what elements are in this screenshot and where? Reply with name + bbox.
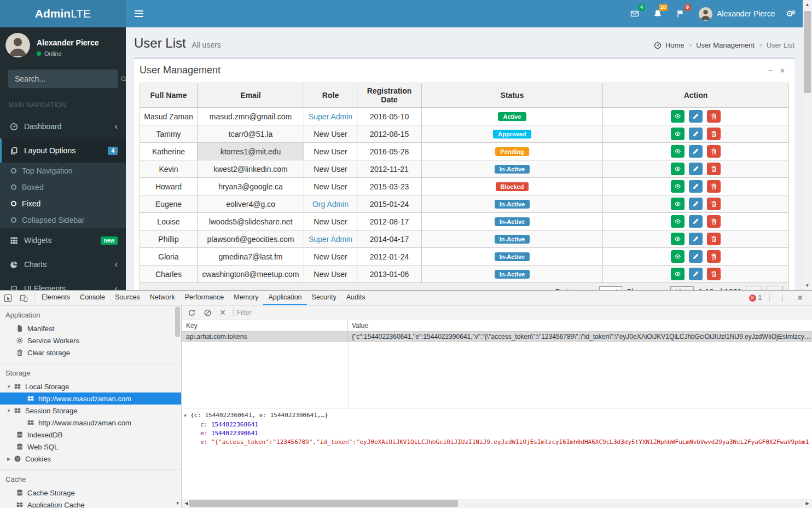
clear-button[interactable]: ✕: [216, 308, 230, 317]
search-button[interactable]: [120, 70, 126, 88]
next-page-button[interactable]: ▶: [767, 286, 783, 290]
delete-user-button[interactable]: [707, 250, 721, 263]
role-label[interactable]: Super Admin: [309, 112, 352, 121]
edit-user-button[interactable]: [689, 233, 703, 245]
tab-audits[interactable]: Audits: [341, 291, 370, 305]
view-user-button[interactable]: [671, 215, 685, 228]
sidebar-item-collapsed-sidebar[interactable]: Collapsed Sidebar: [0, 212, 126, 228]
edit-user-button[interactable]: [689, 215, 703, 228]
user-menu[interactable]: Alexander Pierce: [692, 0, 782, 27]
collapse-arrow-icon[interactable]: ▼: [184, 412, 190, 420]
filter-input[interactable]: [237, 307, 812, 319]
scroll-down-arrow[interactable]: ▼: [803, 281, 812, 290]
sidebar-item-charts[interactable]: Charts ‹: [0, 252, 126, 276]
delete-user-button[interactable]: [707, 268, 721, 280]
collapse-arrow-icon[interactable]: ▶: [5, 457, 12, 461]
delete-user-button[interactable]: [707, 180, 721, 193]
delete-user-button[interactable]: [707, 110, 721, 123]
tree-item-application-cache[interactable]: Application Cache: [0, 499, 181, 508]
kv-empty-area[interactable]: [182, 342, 812, 408]
horizontal-scrollbar[interactable]: ◀ ▶: [182, 499, 812, 508]
search-input[interactable]: [8, 70, 120, 88]
delete-user-button[interactable]: [707, 128, 721, 140]
devtools-menu-button[interactable]: ⋮: [774, 294, 790, 302]
tree-item-session-storage[interactable]: ▼Session Storage: [0, 405, 181, 417]
settings-menu[interactable]: ⚙⚙: [782, 9, 803, 19]
app-logo[interactable]: AdminLTE: [0, 0, 126, 27]
tab-console[interactable]: Console: [75, 291, 110, 305]
tab-elements[interactable]: Elements: [37, 291, 75, 305]
tree-item-local-storage-origin[interactable]: http://www.masudzaman.com: [0, 392, 181, 405]
tab-security[interactable]: Security: [307, 291, 341, 305]
page-scrollbar[interactable]: ▲ ▼: [803, 0, 812, 290]
edit-user-button[interactable]: [689, 163, 703, 175]
tab-performance[interactable]: Performance: [180, 291, 229, 305]
edit-user-button[interactable]: [689, 250, 703, 263]
tree-item-clear-storage[interactable]: Clear storage: [0, 347, 181, 359]
console-errors-indicator[interactable]: ✕ 1: [749, 294, 765, 302]
expand-arrow-icon[interactable]: ▼: [5, 408, 12, 413]
scrollbar-thumb[interactable]: [804, 11, 811, 93]
view-user-button[interactable]: [671, 163, 685, 175]
devtools-close-button[interactable]: ✕: [792, 293, 808, 302]
scroll-down-arrow[interactable]: ▼: [174, 499, 181, 508]
delete-user-button[interactable]: [707, 233, 721, 245]
view-user-button[interactable]: [671, 145, 685, 158]
scrollbar-thumb[interactable]: [189, 500, 458, 507]
tree-item-local-storage[interactable]: ▼Local Storage: [0, 380, 181, 392]
view-user-button[interactable]: [671, 128, 685, 140]
tree-item-service-workers[interactable]: Service Workers: [0, 334, 181, 347]
delete-user-button[interactable]: [707, 163, 721, 175]
delete-user-button[interactable]: [707, 198, 721, 210]
sidebar-item-fixed[interactable]: Fixed: [0, 195, 126, 212]
breadcrumb-user-management[interactable]: User Management: [696, 41, 755, 49]
view-user-button[interactable]: [671, 268, 685, 280]
edit-user-button[interactable]: [689, 128, 703, 140]
edit-user-button[interactable]: [689, 180, 703, 193]
sidebar-item-widgets[interactable]: Widgets new: [0, 228, 126, 252]
breadcrumb-home[interactable]: Home: [665, 41, 685, 49]
device-toolbar-button[interactable]: [16, 294, 32, 302]
tab-memory[interactable]: Memory: [229, 291, 263, 305]
tasks-menu[interactable]: 9: [669, 0, 692, 27]
minimize-icon[interactable]: −: [768, 66, 773, 75]
sidebar-item-dashboard[interactable]: Dashboard ‹: [0, 114, 126, 138]
tree-scrollbar[interactable]: ▼: [174, 305, 181, 508]
view-user-button[interactable]: [671, 233, 685, 245]
tree-item-cookies[interactable]: ▶Cookies: [0, 453, 181, 465]
inspect-element-button[interactable]: [0, 294, 16, 302]
goto-page-input[interactable]: [599, 286, 622, 291]
sidebar-toggle-button[interactable]: [126, 10, 152, 17]
tab-sources[interactable]: Sources: [110, 291, 145, 305]
delete-user-button[interactable]: [707, 145, 721, 158]
value-column-header[interactable]: Value: [348, 320, 812, 331]
scroll-right-arrow[interactable]: ▶: [803, 499, 812, 508]
tab-network[interactable]: Network: [145, 291, 180, 305]
refresh-button[interactable]: [184, 309, 200, 317]
tree-item-indexeddb[interactable]: IndexedDB: [0, 429, 181, 441]
tree-item-cache-storage[interactable]: Cache Storage: [0, 487, 181, 499]
view-user-button[interactable]: [671, 198, 685, 210]
role-label[interactable]: Org Admin: [312, 200, 349, 209]
sidebar-item-layout-options[interactable]: Layout Options 4: [0, 138, 126, 163]
storage-row-selected[interactable]: api.arhat.com.tokens {"c":1544022360641,…: [182, 332, 812, 342]
view-user-button[interactable]: [671, 110, 685, 123]
view-user-button[interactable]: [671, 180, 685, 193]
tree-item-web-sql[interactable]: Web SQL: [0, 441, 181, 453]
tree-item-manifest[interactable]: Manifest: [0, 322, 181, 334]
messages-menu[interactable]: 4: [623, 0, 646, 27]
scrollbar-thumb[interactable]: [175, 307, 180, 337]
rows-per-page-select[interactable]: 10▼: [670, 286, 694, 291]
sidebar-item-top-navigation[interactable]: Top Navigation: [0, 163, 126, 179]
edit-user-button[interactable]: [689, 268, 703, 280]
edit-user-button[interactable]: [689, 145, 703, 158]
view-user-button[interactable]: [671, 250, 685, 263]
sidebar-item-ui-elements[interactable]: UI Elements ‹: [0, 276, 126, 290]
delete-user-button[interactable]: [707, 215, 721, 228]
edit-user-button[interactable]: [689, 198, 703, 210]
block-button[interactable]: [200, 309, 216, 317]
close-icon[interactable]: ×: [780, 66, 785, 75]
scroll-up-arrow[interactable]: ▲: [803, 0, 812, 9]
expand-arrow-icon[interactable]: ▼: [5, 384, 12, 389]
tab-application[interactable]: Application: [263, 291, 306, 305]
